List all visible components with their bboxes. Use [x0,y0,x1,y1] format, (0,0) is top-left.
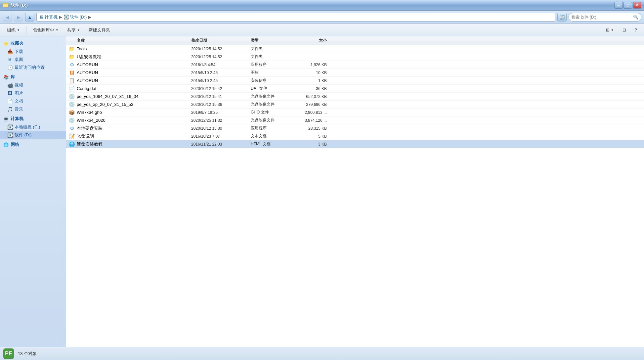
file-size-cell: 10 KB [294,70,333,75]
iso-icon: 💿 [69,117,75,123]
document-icon: 📄 [7,99,13,104]
sidebar-item-drive-c[interactable]: 💽 本地磁盘 (C:) [0,123,66,131]
file-type-cell: DAT 文件 [251,86,294,91]
file-rows-container: 📁 Tools 2020/12/25 14:52 文件夹 📁 U盘安装教程 20… [66,45,644,148]
file-type-cell: 光盘映像文件 [251,94,294,99]
close-button[interactable]: ✕ [633,2,641,9]
file-row[interactable]: 📝 光盘说明 2016/10/23 7:07 文本文档 5 KB [66,132,644,140]
view-options-button[interactable]: ⊞ ▼ [602,25,618,35]
file-name-cell: 🌐 硬盘安装教程 [69,141,191,147]
file-name-cell: 📁 Tools [69,46,191,52]
file-row[interactable]: 💿 Win7x64_2020 2020/12/25 11:32 光盘映像文件 3… [66,116,644,124]
file-name-cell: 📋 AUTORUN [69,78,191,84]
file-date-cell: 2020/10/12 15:30 [191,126,251,131]
library-icon: 📚 [3,75,9,80]
file-list-header: 名称 修改日期 类型 大小 [66,36,644,45]
window-icon [3,2,9,8]
file-date-cell: 2020/12/25 14:52 [191,47,251,51]
search-bar[interactable]: 🔍 [569,13,641,22]
file-type-cell: 光盘映像文件 [251,102,294,107]
file-type-cell: HTML 文档 [251,141,294,147]
file-row[interactable]: 🌐 硬盘安装教程 2016/11/21 22:03 HTML 文档 3 KB [66,140,644,148]
minimize-button[interactable]: − [614,2,623,9]
sidebar-favorites-header[interactable]: ⭐ 收藏夹 [0,39,66,48]
up-button[interactable]: ▲ [25,13,34,22]
file-row[interactable]: 💿 pe_yqs_1064_20_07_31_16_04 2020/10/12 … [66,93,644,101]
file-row[interactable]: 📦 Win7x64.gho 2019/9/7 19:25 GHO 文件 2,90… [66,109,644,116]
file-type-cell: 文件夹 [251,54,294,60]
file-date-cell: 2020/12/25 11:32 [191,118,251,123]
share-dropdown-arrow: ▼ [77,28,80,32]
sidebar-item-desktop[interactable]: 🖥 桌面 [0,56,66,64]
file-name-cell: 💿 Win7x64_2020 [69,117,191,123]
column-header-size[interactable]: 大小 [294,38,333,43]
sidebar-item-documents[interactable]: 📄 文档 [0,97,66,105]
sidebar-section-favorites: ⭐ 收藏夹 📥 下载 🖥 桌面 🕐 最近访问的位置 [0,39,66,71]
gho-icon: 📦 [69,110,75,115]
view-icon: ⊞ [606,27,610,32]
file-row[interactable]: 📁 Tools 2020/12/25 14:52 文件夹 [66,45,644,53]
download-icon: 📥 [7,49,13,54]
file-type-cell: 安装信息 [251,78,294,83]
organize-button[interactable]: 组织 ▼ [3,25,23,35]
file-type-cell: 图标 [251,70,294,75]
file-size-cell: 2,900,813 ... [294,110,333,115]
search-input[interactable] [572,15,632,20]
file-row[interactable]: 🖼 AUTORUN 2015/5/10 2:45 图标 10 KB [66,69,644,77]
sidebar-item-pictures[interactable]: 🖼 图片 [0,89,66,97]
file-list: 名称 修改日期 类型 大小 📁 Tools 2020/12/25 14:52 文… [66,36,644,347]
breadcrumb-drive[interactable]: 💽 软件 (D:) [64,14,87,20]
drive-d-icon: 💽 [7,132,13,138]
file-row[interactable]: 💿 pe_yqs_xp_20_07_31_15_53 2020/10/12 15… [66,101,644,109]
file-size-cell: 5 KB [294,134,333,139]
sidebar-item-music[interactable]: 🎵 音乐 [0,105,66,113]
column-header-type[interactable]: 类型 [251,38,294,43]
include-library-button[interactable]: 包含到库中 ▼ [29,25,62,35]
sidebar-item-downloads[interactable]: 📥 下载 [0,48,66,56]
sidebar-item-drive-d[interactable]: 💽 软件 (D:) [0,131,66,139]
share-button[interactable]: 共享 ▼ [64,25,84,35]
column-header-name[interactable]: 名称 [69,38,191,43]
preview-pane-button[interactable]: ⊟ [619,25,630,35]
file-name-cell: 📁 U盘安装教程 [69,54,191,60]
music-icon: 🎵 [7,107,13,112]
network-sidebar-icon: 🌐 [3,142,9,147]
file-type-cell: 光盘映像文件 [251,117,294,123]
file-type-cell: 应用程序 [251,125,294,131]
file-name-cell: ⚙ AUTORUN [69,62,191,68]
file-row[interactable]: 📁 U盘安装教程 2020/12/25 14:52 文件夹 [66,53,644,61]
sidebar-item-recent[interactable]: 🕐 最近访问的位置 [0,64,66,71]
file-name-cell: 📄 Config.dat [69,86,191,92]
txt-icon: 📝 [69,133,75,139]
sidebar-section-computer: 💻 计算机 💽 本地磁盘 (C:) 💽 软件 (D:) [0,114,66,139]
maximize-button[interactable]: □ [623,2,632,9]
organize-dropdown-arrow: ▼ [17,28,20,32]
sidebar-library-header[interactable]: 📚 库 [0,73,66,81]
sidebar-item-videos[interactable]: 📹 视频 [0,81,66,89]
sidebar-network-header[interactable]: 🌐 网络 [0,140,66,149]
file-row[interactable]: 📋 AUTORUN 2015/5/10 2:45 安装信息 1 KB [66,77,644,85]
file-row[interactable]: 📄 Config.dat 2020/10/12 15:42 DAT 文件 36 … [66,85,644,93]
column-header-date[interactable]: 修改日期 [191,38,251,43]
file-type-cell: GHO 文件 [251,110,294,115]
file-name-cell: 📝 光盘说明 [69,133,191,139]
back-button[interactable]: ◀ [3,13,12,22]
autorun-ico-icon: 🖼 [69,70,75,76]
refresh-button[interactable]: 🔄 [557,13,567,22]
help-button[interactable]: ? [631,25,641,35]
file-row[interactable]: ⚙ AUTORUN 2016/1/8 4:54 应用程序 1,926 KB [66,61,644,69]
toolbar-right: ⊞ ▼ ⊟ ? [602,25,641,35]
file-row[interactable]: ⚙ 本地硬盘安装 2020/10/12 15:30 应用程序 28,315 KB [66,124,644,132]
breadcrumb-sep-1: ▶ [59,15,62,20]
file-size-cell: 279,696 KB [294,102,333,107]
titlebar-left: 软件 (D:) [3,2,28,8]
file-name-cell: 🖼 AUTORUN [69,70,191,76]
file-date-cell: 2016/1/8 4:54 [191,63,251,67]
new-folder-button[interactable]: 新建文件夹 [85,25,114,35]
breadcrumb-computer[interactable]: 🖥 计算机 [39,14,58,20]
forward-button[interactable]: ▶ [14,13,23,22]
dat-icon: 📄 [69,86,75,92]
file-date-cell: 2015/5/10 2:45 [191,70,251,75]
sidebar-computer-header[interactable]: 💻 计算机 [0,114,66,123]
autorun-inf-icon: 📋 [69,78,75,84]
